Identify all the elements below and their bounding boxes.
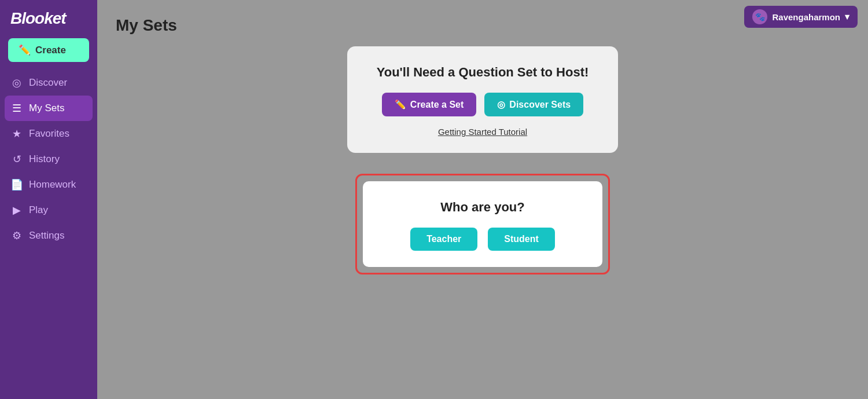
sidebar-item-play[interactable]: ▶ Play [0,197,97,223]
tutorial-link[interactable]: Getting Started Tutorial [438,127,527,137]
question-card-heading: You'll Need a Question Set to Host! [377,65,589,80]
sidebar-item-label-discover: Discover [29,77,67,89]
create-label: Create [35,45,66,56]
discover-sets-icon: ◎ [497,99,505,110]
my-sets-icon: ☰ [10,102,23,115]
modal-red-border: Who are you? Teacher Student [355,174,610,274]
sidebar-item-favorites[interactable]: ★ Favorites [0,121,97,147]
sidebar: Blooket ✏️ Create ◎ Discover ☰ My Sets ★… [0,0,97,399]
discover-sets-button[interactable]: ◎ Discover Sets [484,93,583,116]
create-set-button[interactable]: ✏️ Create a Set [382,93,477,116]
create-icon: ✏️ [19,44,31,56]
page-title: My Sets [116,16,177,35]
sidebar-item-label-homework: Homework [29,179,76,191]
sidebar-item-label-settings: Settings [29,230,64,241]
chevron-down-icon: ▾ [845,12,849,22]
play-icon: ▶ [10,204,23,217]
create-button[interactable]: ✏️ Create [8,38,89,62]
sidebar-item-label-my-sets: My Sets [29,103,64,114]
who-are-you-overlay: Who are you? Teacher Student [355,174,610,274]
sidebar-item-discover[interactable]: ◎ Discover [0,70,97,96]
sidebar-item-settings[interactable]: ⚙ Settings [0,223,97,248]
who-are-you-heading: Who are you? [440,200,524,215]
question-set-card: You'll Need a Question Set to Host! ✏️ C… [347,46,618,153]
sidebar-item-my-sets[interactable]: ☰ My Sets [5,96,93,121]
modal-buttons: Teacher Student [410,228,555,251]
favorites-icon: ★ [10,127,23,140]
avatar: 🐾 [752,9,767,24]
history-icon: ↺ [10,153,23,166]
discover-icon: ◎ [10,76,23,89]
sidebar-item-history[interactable]: ↺ History [0,147,97,172]
homework-icon: 📄 [10,178,23,191]
topbar: 🐾 Ravengaharmon ▾ [734,0,868,34]
app-logo: Blooket [0,0,76,36]
create-set-icon: ✏️ [395,99,406,110]
sidebar-item-label-play: Play [29,204,48,216]
settings-icon: ⚙ [10,229,23,242]
teacher-button[interactable]: Teacher [410,228,477,251]
main-content: My Sets You'll Need a Question Set to Ho… [97,0,868,399]
card-buttons: ✏️ Create a Set ◎ Discover Sets [382,93,583,116]
student-button[interactable]: Student [488,228,555,251]
create-set-label: Create a Set [410,100,464,110]
who-are-you-modal: Who are you? Teacher Student [363,181,602,267]
user-menu[interactable]: 🐾 Ravengaharmon ▾ [744,6,858,28]
discover-sets-label: Discover Sets [509,100,571,110]
sidebar-item-label-history: History [29,153,60,165]
sidebar-item-label-favorites: Favorites [29,128,69,140]
sidebar-item-homework[interactable]: 📄 Homework [0,172,97,197]
username: Ravengaharmon [772,12,840,22]
